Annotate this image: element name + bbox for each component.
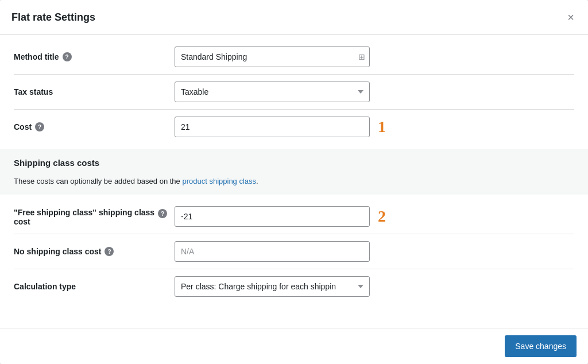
no-shipping-class-input[interactable] (175, 241, 370, 262)
tax-status-label: Tax status (14, 87, 175, 96)
annotation-2: 2 (378, 208, 386, 224)
free-shipping-class-input[interactable] (175, 206, 370, 227)
no-shipping-class-help-icon[interactable]: ? (105, 247, 114, 256)
save-changes-button[interactable]: Save changes (505, 335, 577, 357)
tax-status-row: Tax status Taxable None (14, 75, 574, 109)
no-shipping-class-label: No shipping class cost ? (14, 247, 175, 256)
calculation-type-row: Calculation type Per class: Charge shipp… (14, 269, 574, 304)
tax-status-control: Taxable None (175, 82, 574, 102)
tax-status-select[interactable]: Taxable None (175, 82, 370, 102)
calculation-type-control: Per class: Charge shipping for each ship… (175, 276, 574, 297)
free-shipping-class-label: "Free shipping class" shipping class cos… (14, 207, 175, 226)
main-fields-section: Method title ? ⊞ Tax status (0, 35, 588, 149)
shipping-class-header: Shipping class costs (0, 149, 588, 172)
shipping-class-fields-section: "Free shipping class" shipping class cos… (0, 195, 588, 308)
cost-input[interactable] (175, 117, 370, 137)
shipping-class-heading: Shipping class costs (14, 158, 574, 168)
calculation-type-label: Calculation type (14, 282, 175, 291)
method-title-control: ⊞ (175, 47, 574, 67)
method-title-help-icon[interactable]: ? (63, 52, 72, 61)
cost-label: Cost ? (14, 122, 175, 131)
close-button[interactable]: × (565, 9, 577, 25)
modal-title: Flat rate Settings (11, 11, 95, 24)
free-shipping-class-row: "Free shipping class" shipping class cos… (14, 199, 574, 234)
cost-help-icon[interactable]: ? (35, 122, 44, 131)
cost-control: 1 (175, 117, 574, 137)
calculation-type-select[interactable]: Per class: Charge shipping for each ship… (175, 276, 370, 297)
flat-rate-settings-modal: Flat rate Settings × Method title ? ⊞ (0, 0, 588, 364)
no-shipping-class-control (175, 241, 574, 262)
annotation-1: 1 (378, 119, 386, 135)
product-shipping-class-link[interactable]: product shipping class (182, 177, 256, 185)
free-shipping-class-control: 2 (175, 206, 574, 227)
free-shipping-class-help-icon[interactable]: ? (158, 209, 167, 218)
modal-footer: Save changes (0, 328, 588, 364)
cost-row: Cost ? 1 (14, 110, 574, 144)
modal-header: Flat rate Settings × (0, 0, 588, 35)
title-format-icon: ⊞ (358, 52, 365, 61)
shipping-class-desc-area: These costs can optionally be added base… (0, 172, 588, 195)
method-title-input[interactable] (175, 47, 370, 67)
no-shipping-class-row: No shipping class cost ? (14, 234, 574, 269)
shipping-class-description: These costs can optionally be added base… (14, 177, 574, 185)
method-title-row: Method title ? ⊞ (14, 40, 574, 74)
method-title-label: Method title ? (14, 52, 175, 61)
modal-body: Method title ? ⊞ Tax status (0, 35, 588, 328)
shipping-class-section: Shipping class costs These costs can opt… (0, 149, 588, 195)
